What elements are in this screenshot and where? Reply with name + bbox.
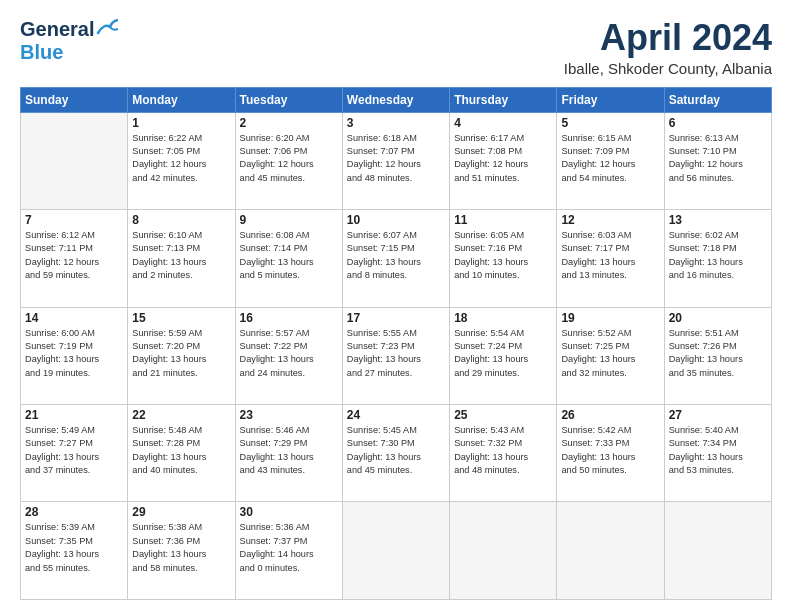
calendar-cell xyxy=(21,112,128,209)
header-sunday: Sunday xyxy=(21,87,128,112)
calendar-week-row-1: 1Sunrise: 6:22 AMSunset: 7:05 PMDaylight… xyxy=(21,112,772,209)
header: General Blue April 2024 Iballe, Shkoder … xyxy=(20,18,772,77)
day-number: 7 xyxy=(25,213,123,227)
day-number: 9 xyxy=(240,213,338,227)
calendar-cell: 25Sunrise: 5:43 AMSunset: 7:32 PMDayligh… xyxy=(450,405,557,502)
day-number: 4 xyxy=(454,116,552,130)
day-info: Sunrise: 5:43 AMSunset: 7:32 PMDaylight:… xyxy=(454,424,552,477)
day-number: 22 xyxy=(132,408,230,422)
day-number: 3 xyxy=(347,116,445,130)
day-info: Sunrise: 6:07 AMSunset: 7:15 PMDaylight:… xyxy=(347,229,445,282)
day-info: Sunrise: 6:15 AMSunset: 7:09 PMDaylight:… xyxy=(561,132,659,185)
location: Iballe, Shkoder County, Albania xyxy=(564,60,772,77)
day-number: 28 xyxy=(25,505,123,519)
day-info: Sunrise: 6:03 AMSunset: 7:17 PMDaylight:… xyxy=(561,229,659,282)
day-info: Sunrise: 6:13 AMSunset: 7:10 PMDaylight:… xyxy=(669,132,767,185)
calendar-cell: 30Sunrise: 5:36 AMSunset: 7:37 PMDayligh… xyxy=(235,502,342,600)
calendar-table: Sunday Monday Tuesday Wednesday Thursday… xyxy=(20,87,772,600)
day-number: 6 xyxy=(669,116,767,130)
day-info: Sunrise: 6:17 AMSunset: 7:08 PMDaylight:… xyxy=(454,132,552,185)
day-info: Sunrise: 5:54 AMSunset: 7:24 PMDaylight:… xyxy=(454,327,552,380)
weekday-header-row: Sunday Monday Tuesday Wednesday Thursday… xyxy=(21,87,772,112)
calendar-cell: 3Sunrise: 6:18 AMSunset: 7:07 PMDaylight… xyxy=(342,112,449,209)
day-info: Sunrise: 5:52 AMSunset: 7:25 PMDaylight:… xyxy=(561,327,659,380)
calendar-cell: 12Sunrise: 6:03 AMSunset: 7:17 PMDayligh… xyxy=(557,210,664,307)
day-info: Sunrise: 5:49 AMSunset: 7:27 PMDaylight:… xyxy=(25,424,123,477)
day-number: 18 xyxy=(454,311,552,325)
calendar-week-row-4: 21Sunrise: 5:49 AMSunset: 7:27 PMDayligh… xyxy=(21,405,772,502)
page: General Blue April 2024 Iballe, Shkoder … xyxy=(0,0,792,612)
calendar-cell: 2Sunrise: 6:20 AMSunset: 7:06 PMDaylight… xyxy=(235,112,342,209)
day-info: Sunrise: 5:42 AMSunset: 7:33 PMDaylight:… xyxy=(561,424,659,477)
logo-bird-icon xyxy=(96,19,118,37)
header-thursday: Thursday xyxy=(450,87,557,112)
calendar-cell: 26Sunrise: 5:42 AMSunset: 7:33 PMDayligh… xyxy=(557,405,664,502)
day-info: Sunrise: 5:59 AMSunset: 7:20 PMDaylight:… xyxy=(132,327,230,380)
header-wednesday: Wednesday xyxy=(342,87,449,112)
header-saturday: Saturday xyxy=(664,87,771,112)
day-number: 13 xyxy=(669,213,767,227)
calendar-cell: 5Sunrise: 6:15 AMSunset: 7:09 PMDaylight… xyxy=(557,112,664,209)
calendar-cell xyxy=(342,502,449,600)
day-info: Sunrise: 6:12 AMSunset: 7:11 PMDaylight:… xyxy=(25,229,123,282)
logo-blue-text: Blue xyxy=(20,41,63,64)
day-number: 25 xyxy=(454,408,552,422)
day-number: 19 xyxy=(561,311,659,325)
calendar-cell: 21Sunrise: 5:49 AMSunset: 7:27 PMDayligh… xyxy=(21,405,128,502)
day-info: Sunrise: 5:55 AMSunset: 7:23 PMDaylight:… xyxy=(347,327,445,380)
calendar-cell: 18Sunrise: 5:54 AMSunset: 7:24 PMDayligh… xyxy=(450,307,557,404)
header-monday: Monday xyxy=(128,87,235,112)
day-info: Sunrise: 5:45 AMSunset: 7:30 PMDaylight:… xyxy=(347,424,445,477)
day-info: Sunrise: 5:48 AMSunset: 7:28 PMDaylight:… xyxy=(132,424,230,477)
header-tuesday: Tuesday xyxy=(235,87,342,112)
calendar-cell: 19Sunrise: 5:52 AMSunset: 7:25 PMDayligh… xyxy=(557,307,664,404)
calendar-cell: 4Sunrise: 6:17 AMSunset: 7:08 PMDaylight… xyxy=(450,112,557,209)
day-info: Sunrise: 6:22 AMSunset: 7:05 PMDaylight:… xyxy=(132,132,230,185)
day-info: Sunrise: 5:51 AMSunset: 7:26 PMDaylight:… xyxy=(669,327,767,380)
day-info: Sunrise: 5:40 AMSunset: 7:34 PMDaylight:… xyxy=(669,424,767,477)
calendar-cell xyxy=(664,502,771,600)
day-number: 29 xyxy=(132,505,230,519)
day-number: 23 xyxy=(240,408,338,422)
day-number: 12 xyxy=(561,213,659,227)
month-title: April 2024 xyxy=(564,18,772,58)
calendar-cell: 27Sunrise: 5:40 AMSunset: 7:34 PMDayligh… xyxy=(664,405,771,502)
day-number: 24 xyxy=(347,408,445,422)
day-number: 5 xyxy=(561,116,659,130)
day-info: Sunrise: 6:08 AMSunset: 7:14 PMDaylight:… xyxy=(240,229,338,282)
calendar-cell: 15Sunrise: 5:59 AMSunset: 7:20 PMDayligh… xyxy=(128,307,235,404)
day-number: 14 xyxy=(25,311,123,325)
day-info: Sunrise: 5:57 AMSunset: 7:22 PMDaylight:… xyxy=(240,327,338,380)
day-info: Sunrise: 6:20 AMSunset: 7:06 PMDaylight:… xyxy=(240,132,338,185)
day-info: Sunrise: 6:02 AMSunset: 7:18 PMDaylight:… xyxy=(669,229,767,282)
logo-general-text: General xyxy=(20,18,94,41)
day-number: 17 xyxy=(347,311,445,325)
day-number: 21 xyxy=(25,408,123,422)
day-number: 10 xyxy=(347,213,445,227)
calendar-week-row-5: 28Sunrise: 5:39 AMSunset: 7:35 PMDayligh… xyxy=(21,502,772,600)
header-friday: Friday xyxy=(557,87,664,112)
day-number: 11 xyxy=(454,213,552,227)
day-number: 16 xyxy=(240,311,338,325)
day-info: Sunrise: 6:10 AMSunset: 7:13 PMDaylight:… xyxy=(132,229,230,282)
calendar-cell: 14Sunrise: 6:00 AMSunset: 7:19 PMDayligh… xyxy=(21,307,128,404)
day-number: 20 xyxy=(669,311,767,325)
calendar-cell: 8Sunrise: 6:10 AMSunset: 7:13 PMDaylight… xyxy=(128,210,235,307)
calendar-week-row-2: 7Sunrise: 6:12 AMSunset: 7:11 PMDaylight… xyxy=(21,210,772,307)
calendar-cell: 13Sunrise: 6:02 AMSunset: 7:18 PMDayligh… xyxy=(664,210,771,307)
day-number: 30 xyxy=(240,505,338,519)
day-info: Sunrise: 6:00 AMSunset: 7:19 PMDaylight:… xyxy=(25,327,123,380)
day-number: 27 xyxy=(669,408,767,422)
day-info: Sunrise: 5:46 AMSunset: 7:29 PMDaylight:… xyxy=(240,424,338,477)
day-number: 1 xyxy=(132,116,230,130)
title-section: April 2024 Iballe, Shkoder County, Alban… xyxy=(564,18,772,77)
calendar-cell: 11Sunrise: 6:05 AMSunset: 7:16 PMDayligh… xyxy=(450,210,557,307)
calendar-cell: 17Sunrise: 5:55 AMSunset: 7:23 PMDayligh… xyxy=(342,307,449,404)
day-number: 8 xyxy=(132,213,230,227)
day-number: 15 xyxy=(132,311,230,325)
calendar-cell: 1Sunrise: 6:22 AMSunset: 7:05 PMDaylight… xyxy=(128,112,235,209)
calendar-cell: 7Sunrise: 6:12 AMSunset: 7:11 PMDaylight… xyxy=(21,210,128,307)
calendar-cell: 22Sunrise: 5:48 AMSunset: 7:28 PMDayligh… xyxy=(128,405,235,502)
day-info: Sunrise: 5:36 AMSunset: 7:37 PMDaylight:… xyxy=(240,521,338,574)
day-info: Sunrise: 6:05 AMSunset: 7:16 PMDaylight:… xyxy=(454,229,552,282)
